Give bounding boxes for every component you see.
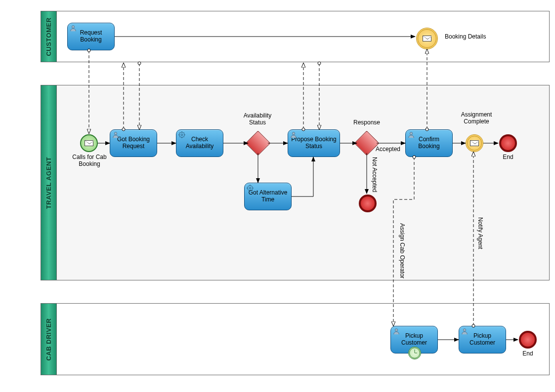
event-booking-details	[416, 28, 438, 49]
gateway-availability-status	[249, 134, 267, 152]
svg-point-2	[179, 132, 185, 138]
pool-label-text: CUSTOMER	[45, 17, 52, 56]
envelope-icon	[85, 140, 93, 146]
pool-label-text: TRAVEL AGENT	[45, 157, 52, 208]
bpmn-diagram: CUSTOMER TRAVEL AGENT CAB DRIVER Request…	[0, 0, 555, 392]
label-response: Response	[347, 119, 386, 126]
user-icon	[407, 131, 415, 139]
timer-boundary-icon	[408, 347, 421, 359]
label-end-agent: End	[500, 154, 516, 161]
user-icon	[392, 328, 400, 336]
gateway-response	[358, 134, 376, 152]
task-check-availability: Check Availability	[176, 129, 223, 157]
event-end-not-accepted	[359, 195, 377, 212]
label-assignment-complete: Assignment Complete	[452, 112, 501, 125]
label-not-accepted: Not Accepted	[371, 157, 378, 192]
user-icon	[112, 131, 120, 139]
task-propose-booking-status: Propose Booking Status	[288, 129, 340, 157]
event-end-driver	[519, 331, 537, 349]
label-accepted: Accepted	[376, 146, 405, 153]
svg-point-9	[463, 329, 466, 331]
label-end-driver: End	[520, 351, 536, 357]
label-availability-status: Availability Status	[235, 113, 280, 126]
pool-label-travel-agent: TRAVEL AGENT	[41, 85, 57, 280]
pool-label-text: CAB DRIVER	[45, 318, 52, 360]
pool-label-cab-driver: CAB DRIVER	[41, 304, 57, 375]
svg-point-0	[72, 26, 74, 28]
task-label: Propose Booking Status	[291, 136, 337, 150]
task-pickup-customer-2: Pickup Customer	[459, 326, 506, 353]
svg-point-8	[395, 329, 397, 331]
svg-point-4	[248, 186, 253, 191]
task-got-alternative-time: Got Alternative Time	[244, 183, 292, 210]
user-icon	[461, 328, 469, 336]
label-calls-for-cab: Calls for Cab Booking	[70, 154, 109, 168]
event-calls-for-cab-booking	[80, 134, 98, 152]
task-got-booking-request: Got Booking Request	[110, 129, 157, 157]
label-booking-details: Booking Details	[445, 34, 504, 40]
svg-point-3	[181, 134, 183, 136]
svg-point-7	[410, 132, 412, 135]
event-end-agent	[499, 134, 517, 152]
event-assignment-complete	[466, 134, 483, 152]
svg-point-6	[292, 132, 295, 135]
envelope-icon	[470, 140, 479, 146]
task-request-booking: Request Booking	[67, 23, 115, 50]
user-icon	[290, 131, 298, 139]
user-icon	[69, 25, 77, 33]
label-notify-agent: Notify Agent	[476, 217, 483, 249]
gear-icon	[178, 131, 186, 139]
pool-label-customer: CUSTOMER	[41, 11, 57, 62]
gear-icon	[246, 185, 254, 193]
svg-point-5	[249, 187, 251, 189]
label-assign-cab-operator: Assign Cab Operator	[398, 223, 405, 278]
envelope-icon	[423, 36, 431, 41]
svg-point-1	[114, 132, 117, 135]
task-confirm-booking: Confirm Booking	[405, 129, 453, 157]
